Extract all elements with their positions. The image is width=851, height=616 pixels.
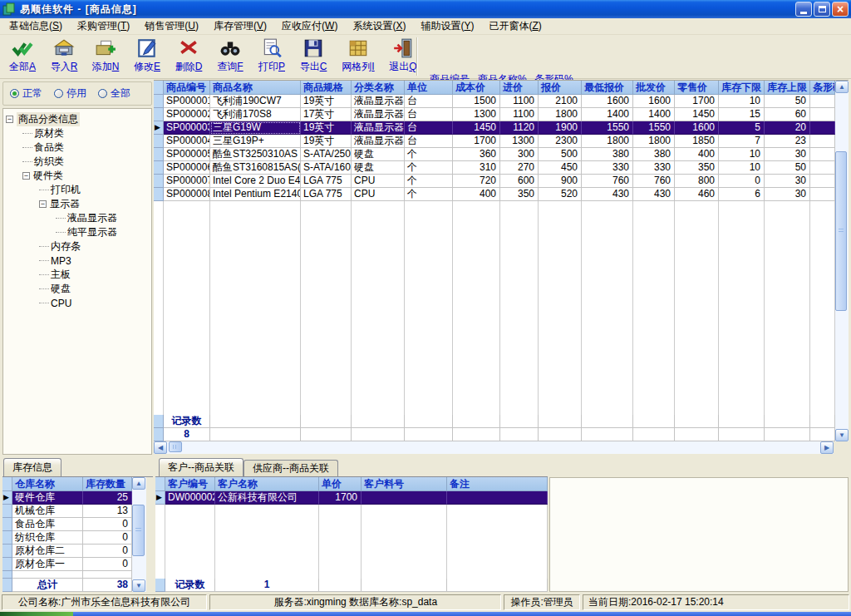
product-row[interactable]: SP000007Intel Core 2 Duo E4500LGA 775CPU… xyxy=(154,175,835,188)
column-header[interactable]: 客户料号 xyxy=(362,477,447,491)
minimize-button[interactable] xyxy=(795,2,812,17)
menu-item-W[interactable]: 应收应付(W) xyxy=(274,17,345,35)
column-header[interactable]: 库存下限 xyxy=(719,81,765,95)
customer-relation-row[interactable]: ▶DW000002公新科技有限公司1700 xyxy=(155,491,548,505)
menu-item-S[interactable]: 基础信息(S) xyxy=(2,17,70,35)
horizontal-scrollbar[interactable]: ◀ ▶ xyxy=(154,441,834,454)
row-indicator-header xyxy=(2,477,12,491)
product-row[interactable]: SP000002飞利浦170S817英寸液晶显示器台13001100180014… xyxy=(154,108,835,121)
scroll-down-button[interactable]: ▼ xyxy=(835,429,849,441)
column-header[interactable]: 商品名称 xyxy=(210,81,301,95)
product-row[interactable]: SP000005酷鱼ST3250310ASS-ATA/250G硬盘个360300… xyxy=(154,148,835,161)
toolbar-button-R[interactable]: 导入R xyxy=(43,36,85,77)
warehouse-row[interactable]: 机械仓库13 xyxy=(2,505,132,518)
tree-expander-icon[interactable]: − xyxy=(39,200,47,208)
column-header[interactable]: 单价 xyxy=(319,477,362,491)
product-row[interactable]: ▶SP000003三星G19W19英寸液晶显示器台145011201900155… xyxy=(154,121,835,135)
product-row[interactable]: SP000008Intel Pentium E2140LGA 775CPU个40… xyxy=(154,188,835,201)
column-header[interactable]: 批发价 xyxy=(633,81,675,95)
column-header[interactable]: 库存上限 xyxy=(765,81,810,95)
start-button-edge[interactable] xyxy=(0,612,73,616)
tree-expander-icon[interactable]: − xyxy=(6,116,13,123)
radio-option-停用[interactable]: 停用 xyxy=(54,86,86,101)
radio-option-全部[interactable]: 全部 xyxy=(98,86,130,101)
toolbar-button-A[interactable]: 全部A xyxy=(2,36,43,77)
tree-item-1[interactable]: 原材类 xyxy=(3,126,151,140)
scroll-down-button[interactable]: ▼ xyxy=(132,579,145,592)
tree-item-7[interactable]: 液晶显示器 xyxy=(3,211,151,225)
menu-item-Z[interactable]: 已开窗体(Z) xyxy=(481,17,548,35)
menu-item-V[interactable]: 库存管理(V) xyxy=(206,17,274,35)
column-header[interactable]: 条形码 xyxy=(810,81,835,95)
warehouse-row[interactable]: 食品仓库0 xyxy=(2,518,132,531)
column-header[interactable]: 进价 xyxy=(500,81,539,95)
tree-item-5[interactable]: 打印机 xyxy=(3,183,151,197)
vertical-scrollbar[interactable]: ▲ ▼ xyxy=(835,81,849,441)
tree-item-12[interactable]: 硬盘 xyxy=(3,282,151,296)
tree-expander-icon[interactable]: − xyxy=(22,172,30,180)
menu-item-X[interactable]: 系统设置(X) xyxy=(345,17,413,35)
tree-item-8[interactable]: 纯平显示器 xyxy=(3,225,151,239)
scroll-thumb[interactable] xyxy=(169,441,182,452)
tab-relation-0[interactable]: 客户--商品关联 xyxy=(159,458,243,476)
warehouse-row[interactable]: ▶硬件仓库25 xyxy=(2,491,132,505)
product-row[interactable]: SP000004三星G19P+19英寸液晶显示器台170013002300180… xyxy=(154,135,835,148)
warehouse-row[interactable]: 原材仓库一0 xyxy=(2,558,132,571)
tree-item-9[interactable]: 内存条 xyxy=(3,239,151,254)
menu-item-T[interactable]: 采购管理(T) xyxy=(70,17,137,35)
column-header[interactable]: 库存数量 xyxy=(83,477,132,491)
close-button[interactable]: × xyxy=(832,2,849,17)
scroll-track[interactable] xyxy=(132,490,146,579)
product-row[interactable]: SP000006酷鱼ST3160815AS(蓝S-ATA/160G硬盘个3102… xyxy=(154,161,835,175)
tab-relation-1[interactable]: 供应商--商品关联 xyxy=(243,460,338,476)
toolbar-button-F[interactable]: 查询F xyxy=(209,36,251,77)
tab-inventory-info[interactable]: 库存信息 xyxy=(3,458,61,476)
column-header[interactable]: 客户编号 xyxy=(165,477,215,491)
column-header[interactable]: 分类名称 xyxy=(352,81,405,95)
category-tree: −商品分类信息原材类食品类纺织类−硬件类打印机−显示器液晶显示器纯平显示器内存条… xyxy=(2,108,152,455)
toolbar-button-C[interactable]: 导出C xyxy=(293,36,334,77)
scroll-track[interactable] xyxy=(167,441,820,454)
radio-option-正常[interactable]: 正常 xyxy=(10,86,42,101)
menu-item-Y[interactable]: 辅助设置(Y) xyxy=(413,17,481,35)
scroll-right-button[interactable]: ▶ xyxy=(820,441,834,454)
warehouse-row[interactable]: 纺织仓库0 xyxy=(2,531,132,545)
column-header[interactable]: 客户名称 xyxy=(215,477,319,491)
footer-cell xyxy=(352,428,405,441)
scroll-thumb[interactable] xyxy=(835,151,847,311)
column-header[interactable]: 仓库名称 xyxy=(12,477,83,491)
menu-item-U[interactable]: 销售管理(U) xyxy=(137,17,206,35)
scroll-up-button[interactable]: ▲ xyxy=(132,477,145,490)
column-header[interactable]: 成本价 xyxy=(453,81,500,95)
column-header[interactable]: 零售价 xyxy=(675,81,719,95)
tree-item-0[interactable]: −商品分类信息 xyxy=(3,112,151,126)
toolbar-button-I[interactable]: 网格列I xyxy=(334,36,382,77)
product-row[interactable]: SP000001飞利浦190CW719英寸液晶显示器台1500110021001… xyxy=(154,95,835,108)
scroll-up-button[interactable]: ▲ xyxy=(835,81,849,93)
toolbar-button-P[interactable]: 打印P xyxy=(251,36,293,77)
inventory-scrollbar[interactable]: ▲ ▼ xyxy=(132,477,146,592)
row-indicator xyxy=(154,175,164,188)
column-header[interactable]: 最低报价 xyxy=(582,81,633,95)
tree-item-6[interactable]: −显示器 xyxy=(3,197,151,211)
tree-item-11[interactable]: 主板 xyxy=(3,268,151,282)
tree-item-10[interactable]: MP3 xyxy=(3,254,151,268)
scroll-left-button[interactable]: ◀ xyxy=(154,441,167,454)
scroll-thumb[interactable] xyxy=(132,505,145,556)
scroll-track[interactable] xyxy=(835,93,849,429)
warehouse-row[interactable]: 原材仓库二0 xyxy=(2,545,132,558)
toolbar-button-D[interactable]: 删除D xyxy=(168,36,209,77)
column-header[interactable]: 单位 xyxy=(405,81,453,95)
column-header[interactable]: 报价 xyxy=(539,81,582,95)
tree-item-13[interactable]: CPU xyxy=(3,296,151,310)
column-header[interactable]: 商品编号 xyxy=(164,81,210,95)
column-header[interactable]: 商品规格 xyxy=(301,81,352,95)
toolbar-button-N[interactable]: 添加N xyxy=(85,36,126,77)
tree-item-4[interactable]: −硬件类 xyxy=(3,169,151,183)
toolbar-button-E[interactable]: 修改E xyxy=(126,36,168,77)
restore-button[interactable] xyxy=(814,2,830,17)
column-header[interactable]: 备注 xyxy=(447,477,548,491)
cell: 1800 xyxy=(633,135,675,148)
tree-item-3[interactable]: 纺织类 xyxy=(3,155,151,169)
tree-item-2[interactable]: 食品类 xyxy=(3,140,151,155)
